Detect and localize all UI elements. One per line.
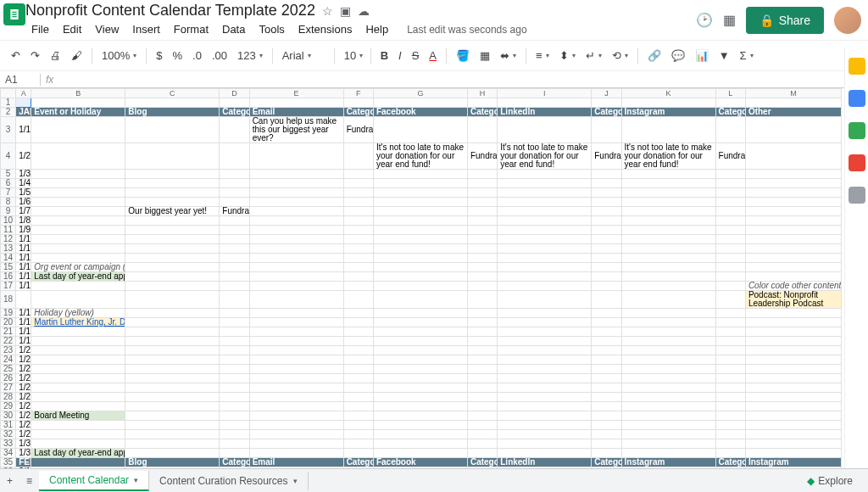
cell[interactable] <box>592 365 621 374</box>
cell[interactable]: Instagram <box>745 458 841 467</box>
cell[interactable] <box>592 282 621 291</box>
cell[interactable] <box>343 235 373 244</box>
spreadsheet-grid[interactable]: ABCDEFGHIJKLM12JANEvent or HolidayBlogCa… <box>0 88 842 492</box>
cell[interactable] <box>745 346 841 355</box>
cell[interactable] <box>31 383 125 393</box>
cell[interactable] <box>592 393 621 402</box>
cell[interactable] <box>220 327 249 337</box>
cell[interactable]: Email <box>249 108 343 117</box>
cell[interactable] <box>621 188 715 198</box>
cell[interactable] <box>343 98 373 108</box>
cell[interactable] <box>249 337 343 346</box>
cell[interactable] <box>498 337 592 346</box>
cell[interactable] <box>715 216 745 226</box>
row-header[interactable]: 7 <box>1 188 16 198</box>
keep-icon[interactable] <box>849 90 865 107</box>
cell[interactable]: 1/10 <box>16 235 31 244</box>
maps-icon[interactable] <box>849 187 865 204</box>
cell[interactable] <box>592 318 621 327</box>
cell[interactable] <box>220 383 249 393</box>
cell[interactable] <box>220 143 249 170</box>
cell[interactable] <box>621 244 715 254</box>
cell[interactable] <box>31 346 125 355</box>
cell[interactable] <box>249 244 343 254</box>
cell[interactable] <box>125 402 220 411</box>
cell[interactable]: Can you help us make this our biggest ye… <box>249 117 343 143</box>
strike-button[interactable]: S <box>408 47 424 64</box>
cell[interactable] <box>715 226 745 235</box>
italic-button[interactable]: I <box>394 47 406 64</box>
cell[interactable] <box>592 198 621 207</box>
cell[interactable] <box>621 309 715 318</box>
increase-decimal-button[interactable]: .00 <box>208 47 231 64</box>
cell[interactable] <box>373 272 467 282</box>
row-header[interactable]: 19 <box>1 309 16 318</box>
cell[interactable] <box>31 244 125 254</box>
cell[interactable] <box>498 226 592 235</box>
cell[interactable] <box>467 430 497 439</box>
cell[interactable] <box>31 179 125 188</box>
cell[interactable] <box>592 439 621 449</box>
cell[interactable] <box>220 179 249 188</box>
cell[interactable]: 1/15 <box>16 282 31 291</box>
cell[interactable] <box>621 179 715 188</box>
cell[interactable] <box>467 439 497 449</box>
cell[interactable]: It's not too late to make your donation … <box>373 143 467 170</box>
cell[interactable]: 1/3 <box>16 170 31 179</box>
cell[interactable] <box>125 430 220 439</box>
currency-button[interactable]: $ <box>152 47 166 64</box>
cell[interactable] <box>31 374 125 383</box>
cell[interactable] <box>343 449 373 458</box>
cell[interactable] <box>249 216 343 226</box>
cell[interactable] <box>498 355 592 365</box>
row-header[interactable]: 30 <box>1 411 16 421</box>
cell[interactable]: 1/7 <box>16 207 31 216</box>
cell[interactable] <box>467 263 497 272</box>
cell[interactable] <box>715 365 745 374</box>
cell[interactable] <box>249 226 343 235</box>
cell[interactable]: Martin Luther King, Jr. Day of Service <box>31 318 125 327</box>
decrease-decimal-button[interactable]: .0 <box>188 47 206 64</box>
cell[interactable] <box>745 188 841 198</box>
col-header[interactable] <box>1 89 16 98</box>
cell[interactable] <box>621 430 715 439</box>
row-header[interactable]: 21 <box>1 327 16 337</box>
print-button[interactable]: 🖨 <box>46 47 65 64</box>
cell[interactable]: Category <box>220 458 249 467</box>
cell[interactable] <box>621 318 715 327</box>
cell[interactable] <box>467 337 497 346</box>
cell[interactable] <box>592 337 621 346</box>
cell[interactable] <box>621 282 715 291</box>
cell[interactable] <box>125 337 220 346</box>
cell[interactable] <box>31 393 125 402</box>
cell[interactable] <box>343 198 373 207</box>
cell[interactable]: 1/28 <box>16 421 31 430</box>
cell[interactable] <box>373 318 467 327</box>
sheets-logo[interactable] <box>3 3 25 25</box>
col-header[interactable]: L <box>715 89 745 98</box>
cell[interactable] <box>715 374 745 383</box>
cell[interactable] <box>373 393 467 402</box>
cloud-icon[interactable]: ☁ <box>358 4 370 18</box>
cell[interactable]: Category <box>715 108 745 117</box>
cell[interactable]: Fundraising <box>467 143 497 170</box>
cell[interactable] <box>467 282 497 291</box>
row-header[interactable]: 3 <box>1 117 16 143</box>
cell[interactable] <box>343 337 373 346</box>
cell[interactable] <box>249 309 343 318</box>
cell[interactable] <box>715 327 745 337</box>
cell[interactable]: It's not too late to make your donation … <box>498 143 592 170</box>
cell[interactable] <box>467 170 497 179</box>
row-header[interactable]: 32 <box>1 430 16 439</box>
cell[interactable] <box>592 383 621 393</box>
cell[interactable] <box>715 402 745 411</box>
cell[interactable] <box>621 393 715 402</box>
cell[interactable]: Fundraising <box>220 207 249 216</box>
cell[interactable]: 1/12 <box>16 254 31 263</box>
cell[interactable] <box>745 318 841 327</box>
cell[interactable] <box>343 179 373 188</box>
cell[interactable] <box>220 337 249 346</box>
cell[interactable] <box>715 439 745 449</box>
cell[interactable] <box>498 346 592 355</box>
cell[interactable]: 1/18 <box>16 327 31 337</box>
